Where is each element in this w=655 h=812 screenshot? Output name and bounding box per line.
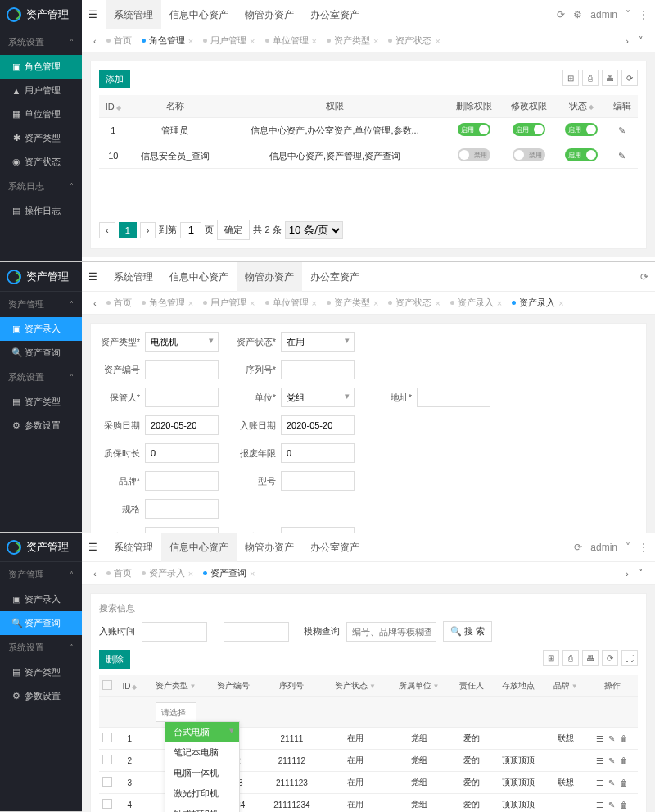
sidebar-item-status[interactable]: ◉资产状态 [0,150,82,174]
delete-icon[interactable]: 🗑 [620,756,628,765]
expand-icon[interactable]: ⛶ [621,650,638,666]
bc-prev[interactable]: ‹ [88,34,102,48]
pager-size[interactable]: 10 条/页 [285,221,343,239]
sidebar-item-query[interactable]: 🔍资产查询 [0,341,82,365]
bc-next[interactable]: › [621,567,634,580]
delete-icon[interactable]: 🗑 [620,801,628,810]
bc-type[interactable]: 资产类型× [322,33,383,48]
bc-next[interactable]: › [621,34,634,48]
top-tab[interactable]: 办公室资产 [302,533,368,562]
type-filter[interactable] [156,702,196,722]
bc[interactable]: 资产状态× [383,295,445,311]
view-icon[interactable]: ☰ [596,756,603,765]
warranty-input[interactable] [145,443,219,463]
col[interactable]: 所属单位▼ [387,675,450,697]
menu-group-system[interactable]: 系统设置˄ [0,635,82,660]
pager-confirm[interactable]: 确定 [217,220,250,240]
brand-input[interactable] [145,471,219,491]
sidebar-item-type[interactable]: ✱资产类型 [0,126,82,150]
hamburger-icon[interactable]: ☰ [88,542,97,553]
bc[interactable]: 首页 [102,565,137,581]
menu-group-system[interactable]: 系统设置˄ [0,29,82,55]
spec-input[interactable] [145,499,219,519]
top-tab[interactable]: 系统管理 [106,262,161,292]
menu-group-log[interactable]: 系统日志˄ [0,174,82,199]
gear-icon[interactable]: ⚙ [573,9,582,20]
edit-icon[interactable]: ✎ [608,778,615,787]
top-tab[interactable]: 信息中心资产 [161,533,237,562]
bc[interactable]: 资产录入× [137,565,198,581]
model-input[interactable] [281,471,355,491]
sidebar-item-query[interactable]: 🔍资产查询 [0,611,82,635]
toggle-status[interactable]: 启用 [565,148,598,161]
in-date-input[interactable] [281,415,355,435]
refresh-icon[interactable]: ⟳ [640,271,648,283]
top-tab[interactable]: 物管办资产 [237,262,302,292]
menu-group-asset[interactable]: 资产管理˄ [0,292,82,317]
col-id[interactable]: ID◆ [99,95,128,118]
addr-input[interactable] [417,388,490,407]
bc-status[interactable]: 资产状态× [383,33,445,48]
menu-group-asset[interactable]: 资产管理˄ [0,562,82,587]
scrap-input[interactable] [281,443,355,463]
view-icon[interactable]: ☰ [596,778,603,787]
top-tab[interactable]: 办公室资产 [302,262,368,292]
col[interactable]: 资产状态▼ [323,675,386,697]
pager-next[interactable]: › [140,222,156,238]
top-tab-system[interactable]: 系统管理 [106,0,161,29]
asset-type-select[interactable] [145,332,219,352]
delete-icon[interactable]: 🗑 [620,778,628,787]
col[interactable]: 品牌▼ [544,675,586,697]
top-tab[interactable]: 信息中心资产 [161,262,237,292]
delete-button[interactable]: 删除 [99,650,130,669]
sidebar-item-param[interactable]: ⚙参数设置 [0,684,82,708]
pager-page[interactable]: 1 [119,222,137,238]
sidebar-item-oplog[interactable]: ▤操作日志 [0,199,82,223]
add-button[interactable]: 添加 [99,70,130,88]
delete-icon[interactable]: 🗑 [620,734,628,743]
date-from-input[interactable] [142,622,207,642]
print-icon[interactable]: 🖶 [602,70,618,86]
checkbox-all[interactable] [102,680,112,690]
edit-icon[interactable]: ✎ [618,151,626,161]
asset-no-input[interactable] [145,360,219,379]
hamburger-icon[interactable]: ☰ [88,271,97,283]
more-icon[interactable]: ⋮ [639,9,648,20]
row-checkbox[interactable] [102,777,112,787]
sidebar-item-type[interactable]: ▤资产类型 [0,390,82,414]
bc-prev[interactable]: ‹ [88,297,102,310]
col[interactable]: 资产类型▼ [144,675,208,697]
row-checkbox[interactable] [102,755,112,764]
export-icon[interactable]: ⎙ [562,650,579,666]
chevron-down-icon[interactable]: ˅ [626,542,630,553]
sidebar-item-type[interactable]: ▤资产类型 [0,660,82,684]
refresh-icon[interactable]: ⟳ [557,9,565,20]
print-icon[interactable]: 🖶 [582,650,599,666]
bc[interactable]: 单位管理× [260,295,322,311]
export-icon[interactable]: ⎙ [582,70,599,86]
refresh-icon[interactable]: ⟳ [621,70,638,86]
search-button[interactable]: 🔍 搜 索 [443,621,492,642]
pager-goto-input[interactable] [180,222,201,238]
row-checkbox[interactable] [102,799,112,809]
sidebar-item-input[interactable]: ▣资产录入 [0,317,82,341]
toggle-upd[interactable]: 禁用 [513,148,545,161]
refresh-icon[interactable]: ⟳ [574,542,582,553]
dropdown-item[interactable]: 台式电脑 [165,722,239,742]
col-status[interactable]: 状态◆ [556,95,607,118]
keeper-input[interactable] [145,388,219,407]
columns-icon[interactable]: ⊞ [562,70,579,86]
view-icon[interactable]: ☰ [596,801,603,810]
edit-icon[interactable]: ✎ [608,801,615,810]
refresh-icon[interactable]: ⟳ [602,650,618,666]
edit-icon[interactable]: ✎ [608,734,615,743]
bc-unit[interactable]: 单位管理× [260,33,322,48]
dropdown-item[interactable]: 电脑一体机 [165,763,239,783]
pager-prev[interactable]: ‹ [99,222,115,238]
user-label[interactable]: admin [590,542,617,553]
bc[interactable]: 资产录入× [445,295,507,311]
toggle-status[interactable]: 启用 [565,123,598,136]
status-select[interactable] [281,332,355,352]
bc[interactable]: 首页 [102,295,137,311]
date-to-input[interactable] [224,622,289,642]
